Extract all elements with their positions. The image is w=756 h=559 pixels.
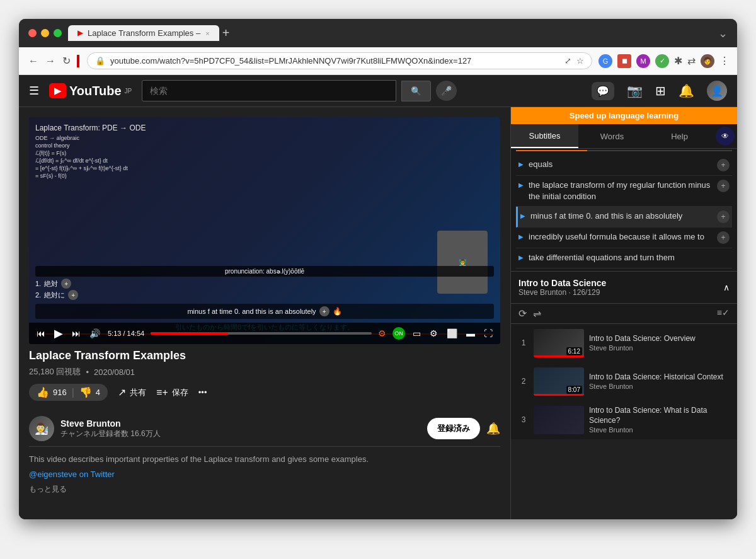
playlist-repeat-button[interactable]: ⟳	[518, 308, 527, 320]
playlist-progress-1	[534, 355, 584, 357]
window-controls-icon[interactable]: ⌄	[718, 26, 728, 40]
channel-subscribers: チャンネル登録者数 16.6万人	[60, 429, 421, 439]
ext-icon-1[interactable]: G	[598, 54, 612, 68]
subtitle-entry-2[interactable]: ▶ the laplace transform of my regular fu…	[516, 176, 732, 207]
subtitle-item-1: 1. 絶対 +	[35, 279, 494, 289]
voice-search-button[interactable]: 🎤	[436, 81, 457, 101]
grid-icon[interactable]: ⊞	[655, 83, 666, 98]
ext-icon-7[interactable]: 🧑	[701, 54, 714, 68]
playlist-num-3: 3	[518, 415, 529, 424]
entry-add-btn-3[interactable]: +	[717, 210, 730, 223]
share-button[interactable]: ↗ 共有	[118, 386, 146, 398]
skip-back-button[interactable]: ⏮	[35, 327, 47, 340]
language-learning-icon[interactable]: 💬	[592, 82, 614, 100]
ext-icon-5[interactable]: ✱	[674, 55, 682, 67]
subtitle-add-btn-2[interactable]: +	[68, 290, 78, 300]
play-pause-button[interactable]: ▶	[53, 325, 64, 342]
progress-bar[interactable]	[151, 332, 372, 335]
math-title: Laplace Transform: PDE → ODE	[35, 124, 312, 132]
channel-avatar[interactable]: 👨‍🔬	[29, 416, 54, 441]
lang-banner: Speed up language learning	[511, 107, 737, 124]
entry-add-btn-1[interactable]: +	[717, 159, 730, 171]
thumbs-down-icon: 👎	[79, 386, 92, 398]
youtube-logo[interactable]: ▶ YouTube JP	[49, 83, 132, 98]
status-indicator: ON	[392, 327, 405, 340]
url-bar[interactable]: 🔒 youtube.com/watch?v=5hPD7CF0_54&list=P…	[87, 52, 592, 69]
subtitle-entry-5[interactable]: ▶ take differential equations and turn t…	[516, 248, 732, 268]
theater-button[interactable]: ▬	[465, 327, 476, 340]
twitter-link[interactable]: @eigensteve on Twitter	[29, 470, 115, 479]
subtitle-num-1: 1.	[35, 280, 41, 287]
tab-words[interactable]: Words	[578, 124, 646, 148]
subtitles-button[interactable]: ▭	[411, 327, 422, 340]
browser-action-icons: G ◼ M ✓ ✱ ⇄ 🧑 ⋮	[598, 54, 730, 68]
entry-add-btn-4[interactable]: +	[717, 231, 730, 244]
hamburger-menu[interactable]: ☰	[29, 84, 39, 98]
maximize-button[interactable]	[54, 29, 62, 37]
show-more-link[interactable]: もっと見る	[29, 485, 67, 493]
fullscreen-button[interactable]: ⛶	[483, 327, 494, 340]
playlist-item-1[interactable]: 1 6:12 Intro to Data Science: Overview S…	[511, 324, 737, 362]
save-label: 保存	[172, 387, 188, 398]
english-subtitle-add[interactable]: +	[319, 306, 329, 316]
playlist-item-title-3: Intro to Data Science: What is Data Scie…	[589, 406, 730, 425]
volume-button[interactable]: 🔊	[88, 327, 101, 340]
miniplayer-button[interactable]: ⬜	[445, 327, 459, 340]
play-triangle-1: ▶	[518, 159, 524, 168]
entry-add-btn-2[interactable]: +	[717, 180, 730, 192]
subtitle-entry-3[interactable]: ▶ minus f at time 0. and this is an abso…	[516, 207, 732, 228]
like-section: 👍 916 | 👎 4	[29, 384, 108, 401]
subtitle-entry-1[interactable]: ▶ equals +	[516, 155, 732, 176]
settings-icon[interactable]: ⚙	[378, 328, 386, 338]
bookmark-icon[interactable]: ☆	[576, 56, 584, 66]
entry-text-3: minus f at time 0. and this is an absolu…	[530, 210, 712, 222]
like-button[interactable]: 👍 916	[37, 386, 67, 398]
playlist-list-icon[interactable]: ≡✓	[717, 308, 730, 320]
camera-icon[interactable]: 📷	[627, 83, 643, 98]
search-button[interactable]: 🔍	[401, 81, 431, 101]
playlist-item-3[interactable]: 3 Intro to Data Science: What is Data Sc…	[511, 401, 737, 439]
math-line-6: = sF(s) - f(0)	[35, 173, 312, 179]
reload-button[interactable]: ↻	[60, 53, 72, 69]
ext-icon-3[interactable]: M	[636, 54, 650, 68]
active-tab[interactable]: ▶ Laplace Transform Examples – ×	[68, 25, 219, 41]
user-avatar[interactable]: 👤	[707, 81, 727, 101]
tab-help[interactable]: Help	[646, 124, 713, 148]
playlist-item-2[interactable]: 2 8:07 Intro to Data Science: Historical…	[511, 362, 737, 401]
save-button[interactable]: ≡+ 保存	[156, 387, 188, 398]
notification-bell[interactable]: 🔔	[486, 422, 500, 435]
back-button[interactable]: ←	[26, 54, 40, 69]
expand-url-icon[interactable]: ⤢	[564, 56, 571, 66]
subscribe-button[interactable]: 登録済み	[427, 418, 480, 439]
youtube-logo-suffix: JP	[125, 88, 132, 95]
forward-button[interactable]: →	[43, 54, 57, 69]
thumbs-up-icon: 👍	[37, 386, 49, 398]
minimize-button[interactable]	[41, 29, 49, 37]
play-triangle-2: ▶	[518, 180, 524, 188]
tab-close-btn[interactable]: ×	[205, 30, 209, 37]
search-input[interactable]	[142, 80, 396, 101]
ext-icon-6[interactable]: ⇄	[687, 55, 696, 67]
traffic-lights	[28, 29, 62, 37]
close-button[interactable]	[28, 29, 37, 37]
ext-icon-4[interactable]: ✓	[655, 54, 669, 68]
browser-window: ▶ Laplace Transform Examples – × + ⌄ ← →…	[19, 19, 737, 519]
video-title: Laplace Transform Examples	[29, 349, 500, 362]
time-display: 5:13 / 14:54	[108, 330, 144, 337]
more-button[interactable]: •••	[198, 388, 207, 397]
skip-forward-button[interactable]: ⏭	[71, 327, 82, 340]
dislike-button[interactable]: 👎 4	[79, 386, 100, 398]
video-player[interactable]: Laplace Transform: PDE → ODE ODE → algeb…	[29, 117, 500, 344]
subtitle-add-btn-1[interactable]: +	[61, 279, 71, 289]
channel-name[interactable]: Steve Brunton	[60, 418, 421, 429]
subtitle-entry-4[interactable]: ▶ incredibly useful formula because it a…	[516, 228, 732, 248]
new-tab-button[interactable]: +	[222, 26, 230, 40]
bell-icon[interactable]: 🔔	[679, 83, 694, 98]
settings-button[interactable]: ⚙	[428, 327, 439, 340]
ext-icon-2[interactable]: ◼	[617, 54, 631, 68]
tab-subtitles[interactable]: Subtitles	[511, 124, 578, 148]
playlist-shuffle-button[interactable]: ⇌	[533, 308, 541, 320]
more-tools-icon[interactable]: ⋮	[719, 55, 730, 67]
playlist-collapse-icon[interactable]: ∧	[723, 282, 730, 292]
playlist-duration-1: 6:12	[566, 347, 582, 355]
